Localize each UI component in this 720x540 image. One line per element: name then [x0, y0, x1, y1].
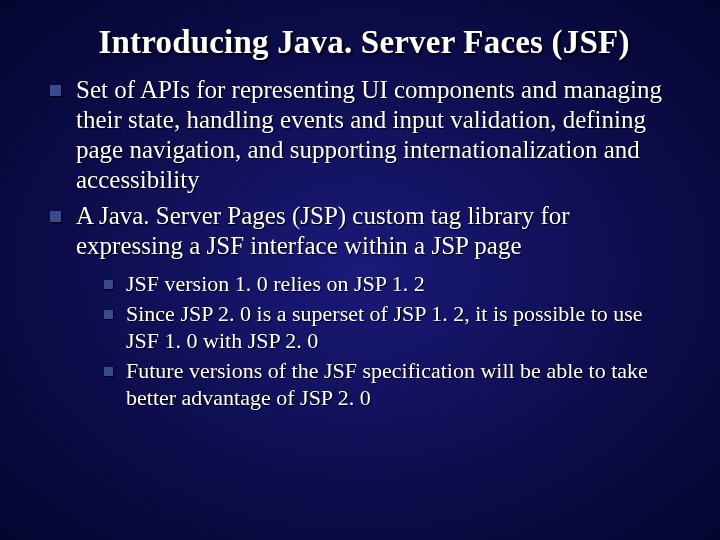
slide: Introducing Java. Server Faces (JSF) Set…: [0, 0, 720, 540]
bullet-text: Since JSP 2. 0 is a superset of JSP 1. 2…: [126, 301, 643, 352]
bullet-list-level1: Set of APIs for representing UI componen…: [48, 75, 680, 411]
bullet-text: Set of APIs for representing UI componen…: [76, 76, 662, 193]
list-item: Since JSP 2. 0 is a superset of JSP 1. 2…: [102, 301, 680, 354]
bullet-list-level2: JSF version 1. 0 relies on JSP 1. 2 Sinc…: [102, 271, 680, 411]
list-item: JSF version 1. 0 relies on JSP 1. 2: [102, 271, 680, 297]
bullet-text: A Java. Server Pages (JSP) custom tag li…: [76, 202, 570, 259]
slide-title: Introducing Java. Server Faces (JSF): [48, 24, 680, 61]
bullet-text: Future versions of the JSF specification…: [126, 358, 648, 409]
list-item: Set of APIs for representing UI componen…: [48, 75, 680, 195]
bullet-text: JSF version 1. 0 relies on JSP 1. 2: [126, 271, 425, 296]
list-item: A Java. Server Pages (JSP) custom tag li…: [48, 201, 680, 411]
list-item: Future versions of the JSF specification…: [102, 358, 680, 411]
